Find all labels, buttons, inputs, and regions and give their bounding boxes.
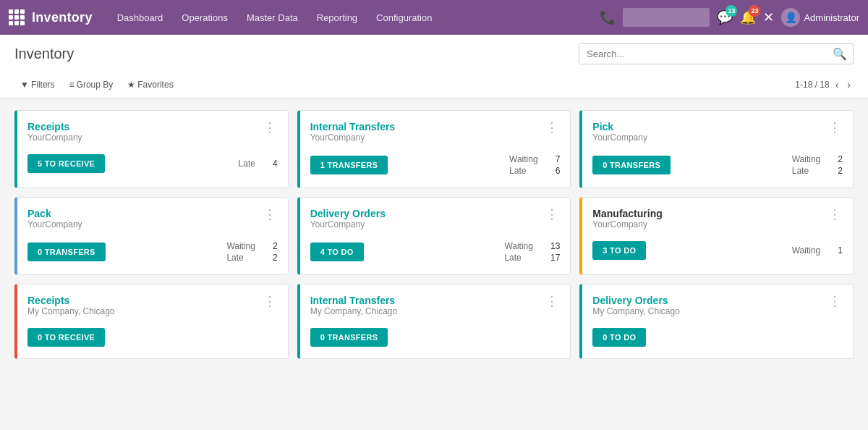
stat-label: Waiting [504,241,533,251]
card-delivery-orders-2: Delivery Orders My Company, Chicago ⋮ 0 … [579,284,854,359]
pagination-prev[interactable]: ‹ [833,77,842,92]
stat-value: 13 [550,241,560,251]
card-action-button[interactable]: 4 TO DO [310,243,364,261]
card-internal-transfers-2: Internal Transfers My Company, Chicago ⋮… [297,284,571,359]
filters-button[interactable]: ▼ Filters [14,77,61,92]
stat-row: Late 17 [504,253,560,263]
card-subtitle: My Company, Chicago [592,306,680,316]
apps-grid-icon[interactable] [9,9,25,25]
card-receipts-1: Receipts YourCompany ⋮ 5 TO RECEIVE Late… [14,110,289,188]
discuss-badge: 13 [726,5,737,17]
card-stats: Waiting 1 [792,245,843,256]
nav-operations[interactable]: Operations [174,8,235,28]
stat-label: Waiting [792,154,821,164]
card-stats: Waiting 2 Late 2 [792,154,843,176]
card-title[interactable]: Delivery Orders [310,208,386,219]
star-icon: ★ [127,80,135,90]
card-menu-button[interactable]: ⋮ [544,208,560,221]
stat-label: Waiting [792,245,821,256]
card-action-button[interactable]: 5 TO RECEIVE [27,154,105,173]
card-delivery-orders-1: Delivery Orders YourCompany ⋮ 4 TO DO Wa… [297,197,571,275]
discuss-icon[interactable]: 💬 13 [717,9,733,25]
card-menu-button[interactable]: ⋮ [262,295,278,308]
topnav-right-area: 📞 💬 13 🔔 23 ✕ 👤 Administrator [600,8,859,27]
card-action-button[interactable]: 0 TRANSFERS [27,243,106,261]
card-pack-1: Pack YourCompany ⋮ 0 TRANSFERS Waiting 2… [14,197,289,275]
card-stats: Waiting 2 Late 2 [226,241,277,263]
card-action-button[interactable]: 0 TRANSFERS [310,328,388,347]
card-menu-button[interactable]: ⋮ [827,295,843,308]
groupby-icon: ≡ [69,80,75,90]
card-body: 1 TRANSFERS Waiting 7 Late 6 [310,154,561,176]
card-menu-button[interactable]: ⋮ [827,121,843,134]
cards-grid: Receipts YourCompany ⋮ 5 TO RECEIVE Late… [14,110,854,359]
card-title[interactable]: Manufacturing [592,208,662,219]
close-icon[interactable]: ✕ [763,9,774,25]
card-body: 0 TO DO [592,328,843,347]
user-menu[interactable]: 👤 Administrator [781,8,859,27]
card-header: Receipts My Company, Chicago ⋮ [27,295,278,325]
card-menu-button[interactable]: ⋮ [262,121,278,134]
card-action-button[interactable]: 0 TO RECEIVE [27,328,105,347]
nav-dashboard[interactable]: Dashboard [110,8,171,28]
nav-reporting[interactable]: Reporting [310,8,365,28]
user-name: Administrator [804,12,859,23]
card-internal-transfers-1: Internal Transfers YourCompany ⋮ 1 TRANS… [297,110,571,188]
stat-value: 1 [838,245,843,256]
stat-label: Late [509,166,526,176]
filters-label: Filters [31,80,55,90]
stat-value: 17 [550,253,560,263]
favorites-button[interactable]: ★ Favorites [122,77,179,92]
card-action-button[interactable]: 3 TO DO [592,241,646,260]
card-title[interactable]: Internal Transfers [310,295,398,306]
card-menu-button[interactable]: ⋮ [827,208,843,221]
card-header: Delivery Orders YourCompany ⋮ [310,208,561,238]
card-action-button[interactable]: 0 TRANSFERS [592,156,671,174]
card-header: Internal Transfers My Company, Chicago ⋮ [310,295,561,325]
group-by-button[interactable]: ≡ Group By [64,77,119,92]
card-menu-button[interactable]: ⋮ [544,121,560,134]
card-subtitle: YourCompany [310,219,386,229]
stat-value: 2 [838,166,843,176]
card-body: 5 TO RECEIVE Late 4 [27,154,278,173]
card-menu-button[interactable]: ⋮ [262,208,278,221]
card-menu-button[interactable]: ⋮ [544,295,560,308]
topnav-search-input[interactable] [623,8,710,27]
stat-value: 2 [273,253,278,263]
stat-row: Waiting 13 [504,241,560,251]
card-header: Receipts YourCompany ⋮ [27,121,278,151]
stat-row: Waiting 7 [509,154,560,164]
card-manufacturing-1: Manufacturing YourCompany ⋮ 3 TO DO Wait… [579,197,854,275]
card-title[interactable]: Delivery Orders [592,295,680,306]
stat-label: Late [792,166,809,176]
activity-icon[interactable]: 🔔 23 [740,9,756,25]
app-logo[interactable]: Inventory [32,10,93,25]
stat-row: Late 4 [239,159,278,169]
card-subtitle: YourCompany [592,132,647,143]
card-title[interactable]: Receipts [27,121,82,132]
card-title[interactable]: Pick [592,121,647,132]
main-content: Receipts YourCompany ⋮ 5 TO RECEIVE Late… [0,98,868,371]
phone-icon[interactable]: 📞 [600,9,616,25]
user-avatar: 👤 [781,8,800,27]
nav-configuration[interactable]: Configuration [369,8,439,28]
card-header: Manufacturing YourCompany ⋮ [592,208,843,238]
card-subtitle: YourCompany [27,219,82,229]
pagination-text: 1-18 / 18 [795,80,829,90]
stat-value: 6 [556,166,561,176]
card-title[interactable]: Pack [27,208,82,219]
card-action-button[interactable]: 0 TO DO [592,328,646,347]
stat-row: Waiting 2 [792,154,843,164]
card-title[interactable]: Internal Transfers [310,121,396,132]
card-body: 0 TRANSFERS Waiting 2 Late 2 [592,154,843,176]
card-action-button[interactable]: 1 TRANSFERS [310,156,388,174]
stat-row: Late 2 [226,253,277,263]
search-input[interactable] [579,44,827,64]
search-button[interactable]: 🔍 [827,44,853,64]
pagination-next[interactable]: › [844,77,854,92]
card-title[interactable]: Receipts [27,295,115,306]
card-stats: Waiting 13 Late 17 [504,241,560,263]
stat-label: Late [239,159,255,169]
filter-bar: ▼ Filters ≡ Group By ★ Favorites 1-18 / … [14,73,854,98]
nav-master-data[interactable]: Master Data [239,8,305,28]
